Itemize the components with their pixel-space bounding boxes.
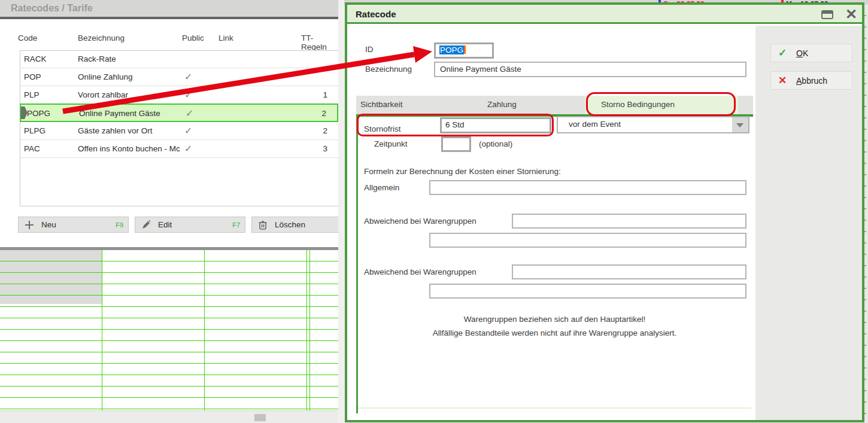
tt-regeln-cell: 2 (321, 109, 326, 118)
code-cell: PAC (24, 144, 40, 153)
trash-icon (258, 220, 268, 230)
public-check-icon: ✓ (184, 125, 192, 136)
background-grid (0, 250, 338, 410)
public-check-icon: ✓ (184, 143, 192, 154)
tab-panel-bottom-border (358, 407, 751, 409)
tab-storno-bedingungen-active[interactable]: Storno Bedingungen (585, 96, 738, 114)
pencil-icon (141, 220, 151, 230)
bezeichnung-label: Bezeichnung (365, 65, 412, 74)
optional-hint: (optional) (479, 139, 512, 148)
table-row-rack[interactable]: RACK Rack-Rate (20, 50, 338, 68)
check-icon: ✓ (778, 47, 787, 59)
warengruppen-note-2: Allfällige Bestandteile werden nicht auf… (356, 328, 753, 337)
scrollbar-thumb[interactable] (254, 414, 266, 421)
ratecodes-titlebar: Ratecodes / Tarife (0, 0, 338, 17)
maximize-icon[interactable] (821, 10, 833, 19)
id-selected-text: POPG (439, 45, 464, 54)
bezeichnung-input[interactable]: Online Payment Gäste (434, 62, 746, 77)
grid-vline (306, 250, 307, 410)
public-check-icon: ✓ (186, 108, 193, 119)
formula-heading: Formeln zur Berechnung der Kosten einer … (364, 167, 561, 176)
ok-button-label: OK (796, 48, 808, 58)
public-check-icon: ✓ (184, 71, 192, 83)
x-icon: ✕ (778, 74, 787, 87)
window-title: Ratecodes / Tarife (11, 3, 93, 14)
edit-button[interactable]: Edit F7 (135, 217, 245, 233)
col-header-bezeichnung: Bezeichnung (78, 34, 125, 42)
dropdown-button[interactable] (732, 117, 748, 132)
code-cell: RACK (24, 54, 47, 63)
allgemein-label: Allgemein (364, 183, 399, 192)
name-cell: Online Payment Gäste (79, 109, 160, 118)
grid-vline (102, 250, 102, 410)
horizontal-scrollbar[interactable] (0, 410, 338, 423)
edit-fkey: F7 (232, 221, 240, 229)
neu-button[interactable]: Neu F9 (18, 217, 129, 233)
warengruppen1-input[interactable] (512, 214, 746, 229)
warengruppen-note-1: Warengruppen beziehen sich auf den Haupt… (356, 315, 753, 324)
name-cell: Rack-Rate (78, 54, 116, 63)
name-cell: Offen ins Konto buchen - Mc (78, 144, 180, 153)
table-row-pac[interactable]: PAC Offen ins Konto buchen - Mc ✓ 3 (20, 140, 338, 158)
plus-icon (25, 220, 34, 230)
id-label: ID (365, 45, 374, 54)
name-cell: Vorort zahlbar (78, 90, 128, 99)
code-cell: PLPG (24, 126, 45, 135)
table-row-plp[interactable]: PLP Vorort zahlbar ✓ 1 (20, 86, 338, 104)
storno-timing-dropdown[interactable]: vor dem Event (557, 116, 749, 133)
edit-button-label: Edit (158, 220, 172, 229)
warengruppen2-input[interactable] (512, 264, 746, 279)
loeschen-button[interactable]: Löschen (251, 217, 338, 233)
allgemein-formula-input[interactable] (429, 180, 746, 195)
col-header-link: Link (218, 34, 233, 42)
code-cell: POP (24, 72, 41, 81)
zeitpunkt-input[interactable] (441, 136, 471, 152)
table-row-pop[interactable]: POP Online Zahlung ✓ (20, 68, 338, 86)
ratecodes-window: Ratecodes / Tarife Code Bezeichnung Publ… (0, 0, 338, 423)
ok-button[interactable]: ✓ OK (770, 44, 852, 62)
col-header-tt-regeln: TT-Regeln (301, 34, 338, 51)
neu-fkey: F9 (116, 221, 123, 229)
name-cell: Online Zahlung (78, 72, 133, 81)
code-cell: POPG (27, 109, 50, 118)
calendar-edge-strip (864, 5, 868, 423)
dialog-tabbar: Sichtbarkeit Zahlung Storno Bedingungen (356, 96, 753, 114)
id-input[interactable]: POPG (434, 42, 494, 59)
grid-lines (0, 250, 338, 410)
public-check-icon: ✓ (184, 89, 192, 101)
grid-vline (204, 250, 205, 410)
ratecode-dialog: Ratecode ✕ ID POPG Bezeichnung Online Pa… (345, 2, 864, 422)
warengruppen1-formula-input[interactable] (429, 233, 746, 248)
table-row-plpg[interactable]: PLPG Gäste zahlen vor Ort ✓ 2 (20, 122, 338, 140)
tab-sichtbarkeit[interactable]: Sichtbarkeit (356, 96, 473, 114)
tab-panel-left-border (356, 117, 358, 413)
code-cell: PLP (24, 90, 40, 99)
tab-zahlung[interactable]: Zahlung (473, 96, 585, 114)
tt-regeln-cell: 2 (323, 126, 327, 135)
dialog-button-panel: ✓ OK ✕ Abbruch (755, 26, 862, 420)
col-header-code: Code (18, 34, 37, 42)
col-header-public: Public (182, 34, 204, 42)
table-row-popg-selected[interactable]: POPG Online Payment Gäste ✓ 2 (20, 104, 338, 122)
stornofrist-label: Stornofrist (364, 124, 401, 133)
titlebar-divider (0, 17, 338, 19)
name-cell: Gäste zahlen vor Ort (78, 126, 153, 135)
chevron-down-icon (736, 123, 743, 127)
tab-label: Zahlung (487, 100, 517, 109)
warengruppen2-formula-input[interactable] (429, 284, 746, 299)
stornofrist-input[interactable]: 6 Std (440, 117, 551, 133)
tab-label: Sichtbarkeit (360, 100, 403, 109)
warengruppen2-label: Abweichend bei Warengruppen (364, 267, 477, 276)
zeitpunkt-label: Zeitpunkt (374, 139, 408, 148)
abbruch-button-label: Abbruch (796, 76, 827, 86)
grid-vline (309, 250, 310, 410)
abbruch-button[interactable]: ✕ Abbruch (770, 71, 852, 90)
loeschen-button-label: Löschen (275, 220, 305, 229)
tt-regeln-cell: 3 (323, 144, 327, 153)
dialog-titlebar: Ratecode ✕ (347, 5, 862, 24)
dropdown-selected-value: vor dem Event (569, 120, 621, 129)
text-caret (464, 45, 466, 54)
close-icon[interactable]: ✕ (845, 5, 857, 23)
neu-button-label: Neu (41, 220, 56, 229)
tt-regeln-cell: 1 (323, 90, 327, 99)
